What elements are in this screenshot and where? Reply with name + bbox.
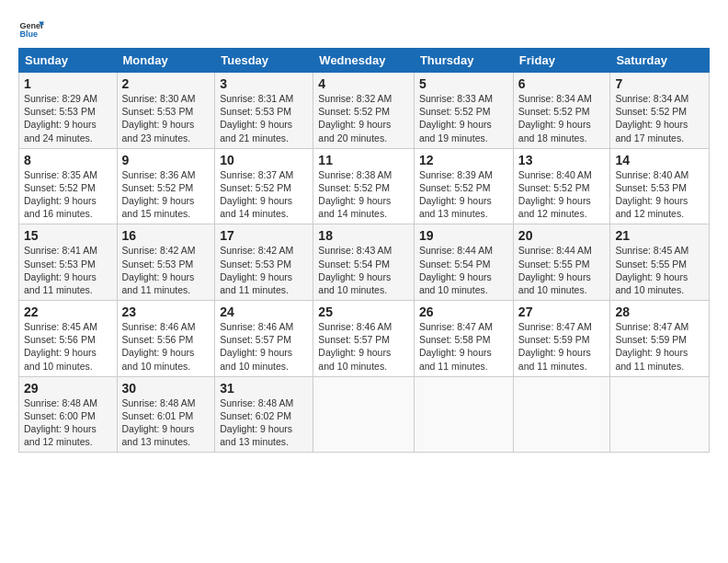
calendar-cell: 3Sunrise: 8:31 AMSunset: 5:53 PMDaylight…	[215, 73, 313, 149]
day-info: Sunrise: 8:39 AMSunset: 5:52 PMDaylight:…	[419, 168, 508, 221]
day-info: Sunrise: 8:40 AMSunset: 5:52 PMDaylight:…	[518, 168, 606, 221]
day-info: Sunrise: 8:48 AMSunset: 6:01 PMDaylight:…	[122, 396, 210, 449]
daylight-hours: Daylight: 9 hours	[518, 271, 591, 282]
daylight-minutes: and 13 minutes.	[220, 436, 289, 447]
day-number: 5	[419, 76, 508, 91]
weekday-friday: Friday	[513, 49, 610, 73]
sunset-text: Sunset: 5:52 PM	[419, 182, 491, 193]
calendar-cell: 13Sunrise: 8:40 AMSunset: 5:52 PMDayligh…	[513, 148, 610, 224]
daylight-hours: Daylight: 9 hours	[24, 423, 97, 434]
calendar-cell: 16Sunrise: 8:42 AMSunset: 5:53 PMDayligh…	[117, 224, 215, 301]
daylight-hours: Daylight: 9 hours	[220, 271, 292, 282]
sunset-text: Sunset: 5:53 PM	[220, 259, 291, 270]
day-info: Sunrise: 8:43 AMSunset: 5:54 PMDaylight:…	[318, 244, 409, 296]
sunrise-text: Sunrise: 8:41 AM	[24, 245, 97, 256]
day-number: 14	[615, 153, 704, 167]
day-info: Sunrise: 8:45 AMSunset: 5:56 PMDaylight:…	[24, 320, 112, 373]
day-number: 12	[419, 153, 508, 167]
daylight-minutes: and 20 minutes.	[318, 132, 387, 144]
sunset-text: Sunset: 5:52 PM	[419, 106, 491, 117]
sunrise-text: Sunrise: 8:37 AM	[220, 169, 293, 180]
sunset-text: Sunset: 6:02 PM	[220, 410, 291, 421]
sunrise-text: Sunrise: 8:38 AM	[318, 169, 392, 180]
daylight-minutes: and 10 minutes.	[419, 284, 488, 295]
sunset-text: Sunset: 5:55 PM	[518, 259, 590, 270]
daylight-hours: Daylight: 9 hours	[220, 119, 292, 130]
sunrise-text: Sunrise: 8:36 AM	[122, 169, 196, 180]
daylight-hours: Daylight: 9 hours	[615, 347, 688, 358]
day-info: Sunrise: 8:47 AMSunset: 5:59 PMDaylight:…	[518, 320, 606, 373]
day-number: 2	[122, 76, 210, 91]
day-number: 22	[24, 304, 112, 319]
day-info: Sunrise: 8:32 AMSunset: 5:52 PMDaylight:…	[318, 92, 409, 144]
sunrise-text: Sunrise: 8:40 AM	[518, 169, 592, 180]
calendar-cell: 26Sunrise: 8:47 AMSunset: 5:58 PMDayligh…	[414, 301, 513, 377]
daylight-hours: Daylight: 9 hours	[122, 119, 195, 130]
sunrise-text: Sunrise: 8:44 AM	[518, 245, 592, 256]
weekday-saturday: Saturday	[610, 49, 710, 73]
day-info: Sunrise: 8:34 AMSunset: 5:52 PMDaylight:…	[518, 92, 606, 144]
daylight-minutes: and 13 minutes.	[122, 436, 191, 447]
daylight-minutes: and 11 minutes.	[220, 284, 289, 295]
daylight-minutes: and 11 minutes.	[615, 361, 684, 372]
sunset-text: Sunset: 5:54 PM	[419, 259, 491, 270]
calendar-week-1: 1Sunrise: 8:29 AMSunset: 5:53 PMDaylight…	[19, 73, 710, 149]
sunset-text: Sunset: 6:00 PM	[24, 410, 96, 421]
calendar-cell: 18Sunrise: 8:43 AMSunset: 5:54 PMDayligh…	[313, 224, 415, 301]
daylight-hours: Daylight: 9 hours	[518, 347, 591, 358]
day-number: 16	[122, 228, 210, 243]
daylight-hours: Daylight: 9 hours	[419, 271, 492, 282]
daylight-hours: Daylight: 9 hours	[615, 119, 688, 130]
calendar-cell: 15Sunrise: 8:41 AMSunset: 5:53 PMDayligh…	[19, 224, 118, 301]
daylight-minutes: and 12 minutes.	[615, 208, 684, 219]
sunrise-text: Sunrise: 8:30 AM	[122, 93, 196, 104]
calendar-cell	[313, 376, 415, 453]
daylight-minutes: and 12 minutes.	[518, 208, 587, 219]
daylight-hours: Daylight: 9 hours	[615, 195, 688, 206]
calendar-week-5: 29Sunrise: 8:48 AMSunset: 6:00 PMDayligh…	[19, 376, 710, 453]
daylight-hours: Daylight: 9 hours	[419, 347, 492, 358]
page: General Blue SundayMondayTuesdayWednesda…	[0, 0, 728, 462]
daylight-hours: Daylight: 9 hours	[518, 195, 591, 206]
sunset-text: Sunset: 5:52 PM	[24, 182, 96, 193]
calendar-cell	[610, 376, 710, 453]
daylight-minutes: and 14 minutes.	[220, 208, 289, 219]
sunset-text: Sunset: 5:59 PM	[615, 334, 687, 345]
daylight-minutes: and 10 minutes.	[220, 361, 289, 372]
day-number: 13	[518, 153, 606, 167]
daylight-minutes: and 10 minutes.	[518, 284, 587, 295]
day-info: Sunrise: 8:47 AMSunset: 5:58 PMDaylight:…	[419, 320, 508, 373]
daylight-minutes: and 13 minutes.	[419, 208, 488, 219]
calendar-cell: 19Sunrise: 8:44 AMSunset: 5:54 PMDayligh…	[414, 224, 513, 301]
sunset-text: Sunset: 5:59 PM	[518, 334, 590, 345]
calendar-cell: 31Sunrise: 8:48 AMSunset: 6:02 PMDayligh…	[215, 376, 313, 453]
day-info: Sunrise: 8:46 AMSunset: 5:57 PMDaylight:…	[220, 320, 308, 373]
day-number: 25	[318, 304, 409, 319]
calendar-cell: 8Sunrise: 8:35 AMSunset: 5:52 PMDaylight…	[19, 148, 118, 224]
sunrise-text: Sunrise: 8:44 AM	[419, 245, 493, 256]
sunrise-text: Sunrise: 8:42 AM	[122, 245, 196, 256]
calendar-cell: 23Sunrise: 8:46 AMSunset: 5:56 PMDayligh…	[117, 301, 215, 377]
sunset-text: Sunset: 5:52 PM	[318, 106, 390, 117]
daylight-hours: Daylight: 9 hours	[122, 423, 195, 434]
daylight-minutes: and 11 minutes.	[24, 284, 93, 295]
day-number: 19	[419, 228, 508, 243]
calendar-cell: 30Sunrise: 8:48 AMSunset: 6:01 PMDayligh…	[117, 376, 215, 453]
day-number: 29	[24, 381, 112, 396]
daylight-hours: Daylight: 9 hours	[122, 347, 195, 358]
day-info: Sunrise: 8:47 AMSunset: 5:59 PMDaylight:…	[615, 320, 704, 373]
calendar-cell: 17Sunrise: 8:42 AMSunset: 5:53 PMDayligh…	[215, 224, 313, 301]
calendar-cell: 25Sunrise: 8:46 AMSunset: 5:57 PMDayligh…	[313, 301, 415, 377]
calendar-cell: 4Sunrise: 8:32 AMSunset: 5:52 PMDaylight…	[313, 73, 415, 149]
day-number: 10	[220, 153, 308, 167]
day-number: 23	[122, 304, 210, 319]
calendar-table: SundayMondayTuesdayWednesdayThursdayFrid…	[18, 48, 710, 453]
sunrise-text: Sunrise: 8:34 AM	[518, 93, 592, 104]
sunset-text: Sunset: 5:53 PM	[122, 106, 194, 117]
calendar-cell: 14Sunrise: 8:40 AMSunset: 5:53 PMDayligh…	[610, 148, 710, 224]
daylight-hours: Daylight: 9 hours	[318, 271, 391, 282]
daylight-hours: Daylight: 9 hours	[24, 347, 97, 358]
calendar-cell: 10Sunrise: 8:37 AMSunset: 5:52 PMDayligh…	[215, 148, 313, 224]
daylight-hours: Daylight: 9 hours	[518, 119, 591, 130]
day-info: Sunrise: 8:34 AMSunset: 5:52 PMDaylight:…	[615, 92, 704, 144]
